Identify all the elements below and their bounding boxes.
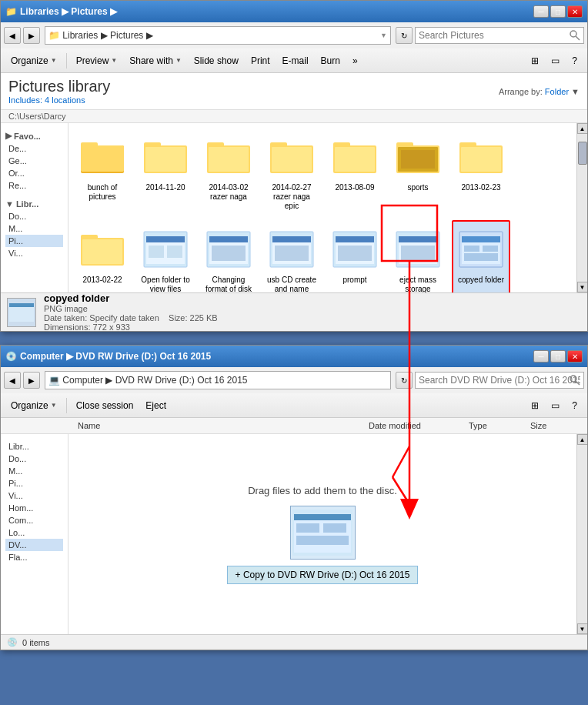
svg-rect-6 (145, 147, 185, 172)
dvd-details-pane-button[interactable]: ▭ (546, 398, 565, 413)
dvd-sidebar-libraries[interactable]: Libr... (5, 440, 63, 453)
file-item-changing-format[interactable]: Changing format of disk (199, 220, 258, 292)
arrange-dropdown-icon[interactable]: ▼ (571, 87, 580, 96)
dvd-sidebar-music[interactable]: M... (5, 465, 63, 477)
file-item-usb-create[interactable]: usb CD create and name (262, 220, 321, 292)
svg-rect-87 (296, 536, 349, 545)
dvd-address-bar[interactable]: 💻 Computer ▶ DVD RW Drive (D:) Oct 16 20… (45, 371, 391, 389)
dvd-sidebar-pics[interactable]: Pi... (5, 477, 63, 489)
dvd-back-button[interactable]: ◀ (4, 372, 21, 389)
dvd-view-options-button[interactable]: ⊞ (526, 398, 544, 413)
dvd-address-text: 💻 Computer ▶ DVD RW Drive (D:) Oct 16 20… (48, 375, 387, 386)
address-bar[interactable]: 📁 Libraries ▶ Pictures ▶ ▼ (45, 26, 391, 45)
sidebar-item-pictures[interactable]: Pi... (5, 235, 63, 247)
file-item-2013-02-22[interactable]: 2013-02-22 (73, 220, 132, 292)
col-name[interactable]: Name (75, 419, 366, 432)
dvd-sidebar-docs[interactable]: Do... (5, 453, 63, 465)
print-button[interactable]: Print (246, 53, 276, 68)
col-date[interactable]: Date modified (366, 419, 466, 432)
dvd-sidebar-dvd[interactable]: DV... (5, 539, 63, 551)
file-label-6: 2013-02-23 (461, 183, 500, 192)
file-item-eject-mass[interactable]: eject mass storage (389, 220, 447, 292)
close-button[interactable]: ✕ (567, 5, 583, 18)
dvd-sidebar-vids[interactable]: Vi... (5, 489, 63, 502)
email-button[interactable]: E-mail (277, 53, 314, 68)
file-item-copyed-folder[interactable]: copyed folder (452, 220, 510, 292)
dvd-help-button[interactable]: ? (566, 398, 583, 413)
dvd-forward-button[interactable]: ▶ (23, 372, 40, 389)
scrollbar[interactable]: ▲ ▼ (576, 123, 587, 292)
dvd-address-bar-row: ◀ ▶ 💻 Computer ▶ DVD RW Drive (D:) Oct 1… (1, 367, 587, 393)
drag-text: Drag files to add them to the disc. (248, 485, 397, 496)
arrange-folder-link[interactable]: Folder (545, 87, 569, 96)
file-item-2013-08-09[interactable]: 2013-08-09 (326, 128, 384, 216)
svg-rect-25 (82, 239, 122, 264)
dvd-close-button[interactable]: ✕ (567, 350, 583, 363)
share-with-button[interactable]: Share with ▼ (124, 53, 187, 68)
toolbar: Organize ▼ Preview ▼ Share with ▼ Slide … (1, 48, 587, 73)
search-input[interactable] (415, 27, 584, 44)
dvd-maximize-button[interactable]: □ (550, 350, 566, 363)
slide-show-button[interactable]: Slide show (189, 53, 244, 68)
sidebar-item-videos[interactable]: Vi... (5, 247, 63, 259)
maximize-button[interactable]: □ (550, 5, 566, 18)
folder-icon-0 (78, 132, 127, 182)
dvd-scroll-track[interactable] (577, 445, 587, 623)
back-button[interactable]: ◀ (4, 27, 21, 44)
dvd-search-input[interactable] (415, 372, 584, 389)
col-type[interactable]: Type (466, 419, 527, 432)
preview-bar: copyed folder PNG image Date taken: Spec… (1, 292, 587, 331)
burn-button[interactable]: Burn (316, 53, 346, 68)
preview-dropdown-arrow: ▼ (111, 57, 117, 64)
scroll-thumb[interactable] (578, 142, 587, 165)
file-item-razer-naga-epic[interactable]: 2014-02-27 razer naga epic (262, 128, 321, 216)
file-item-razer-naga[interactable]: 2014-03-02 razer naga (199, 128, 258, 216)
libraries-header: ▼Libr... (5, 198, 63, 210)
dvd-refresh-button[interactable]: ↻ (396, 372, 413, 389)
view-options-button[interactable]: ⊞ (526, 53, 544, 68)
file-item-2014-11-20[interactable]: 2014-11-20 (136, 128, 195, 216)
locations-link[interactable]: 4 locations (45, 95, 85, 105)
dvd-sidebar-flash[interactable]: Fla... (5, 551, 63, 563)
col-size[interactable]: Size (527, 419, 581, 432)
file-item-prompt[interactable]: prompt (326, 220, 384, 292)
file-item-sports[interactable]: sports (389, 128, 447, 216)
sidebar-item-music[interactable]: M... (5, 222, 63, 235)
svg-rect-28 (146, 236, 185, 242)
dvd-organize-button[interactable]: Organize ▼ (5, 398, 62, 413)
sidebar-item-desktop[interactable]: De... (5, 142, 63, 155)
copy-to-dvd-button[interactable]: + Copy to DVD RW Drive (D:) Oct 16 2015 (227, 566, 419, 584)
dvd-scrollbar[interactable]: ▲ ▼ (576, 434, 587, 634)
sidebar-item-recent[interactable]: Or... (5, 167, 63, 179)
dvd-sidebar-local[interactable]: Lo... (5, 526, 63, 539)
dvd-scroll-down[interactable]: ▼ (577, 623, 588, 634)
dvd-sidebar-homegroup[interactable]: Hom... (5, 502, 63, 514)
scroll-track[interactable] (577, 134, 587, 282)
file-item-2013-02-23[interactable]: 2013-02-23 (452, 128, 510, 216)
more-button[interactable]: » (347, 53, 363, 68)
dvd-content-area: Libr... Do... M... Pi... Vi... Hom... Co… (1, 434, 587, 634)
minimize-button[interactable]: ─ (533, 5, 549, 18)
refresh-button[interactable]: ↻ (396, 27, 413, 44)
screenshot-icon-selected (456, 225, 506, 274)
preview-button[interactable]: Preview ▼ (71, 53, 123, 68)
screenshot-icon-4 (393, 225, 443, 274)
help-button[interactable]: ? (566, 53, 583, 68)
organize-button[interactable]: Organize ▼ (5, 53, 62, 68)
file-item-open-folder[interactable]: Open folder to view files (136, 220, 195, 292)
details-pane-button[interactable]: ▭ (546, 53, 565, 68)
scroll-up-btn[interactable]: ▲ (577, 123, 588, 134)
address-dropdown[interactable]: ▼ (380, 32, 387, 39)
dvd-eject-button[interactable]: Eject (140, 398, 172, 413)
dvd-sidebar-computer[interactable]: Com... (5, 514, 63, 526)
svg-rect-9 (209, 147, 249, 172)
dvd-close-session-button[interactable]: Close session (71, 398, 139, 413)
sidebar-item-recent2[interactable]: Re... (5, 179, 63, 192)
forward-button[interactable]: ▶ (23, 27, 40, 44)
file-item-bunch-of-pictures[interactable]: bunch of pictures (73, 128, 132, 216)
sidebar-item-documents[interactable]: Do... (5, 210, 63, 222)
dvd-minimize-button[interactable]: ─ (533, 350, 549, 363)
sidebar-item-downloads[interactable]: Ge... (5, 155, 63, 167)
scroll-down-btn[interactable]: ▼ (577, 282, 588, 292)
dvd-scroll-up[interactable]: ▲ (577, 434, 588, 445)
